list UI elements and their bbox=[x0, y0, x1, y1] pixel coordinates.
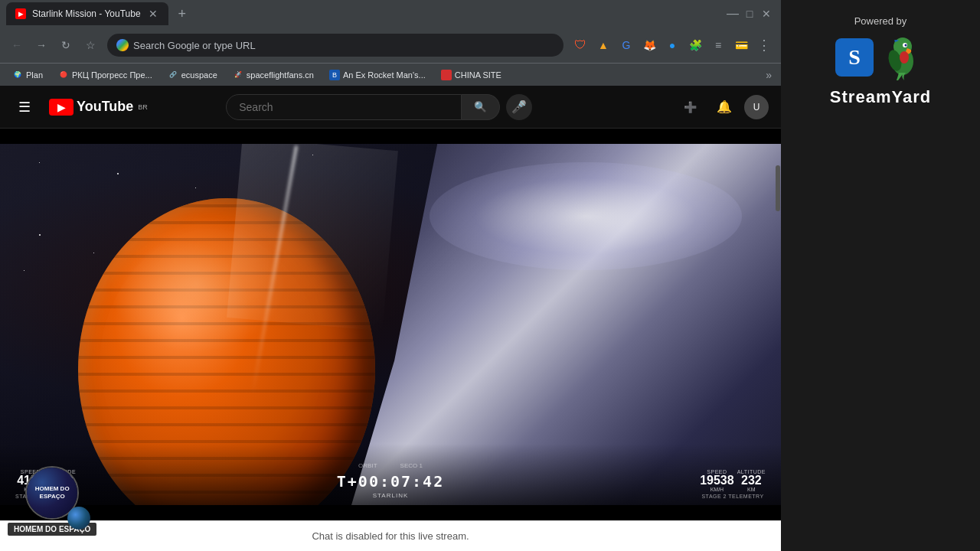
channel-overlay: HOMEM DO ESPAÇO HOMEM DO ESPAÇO bbox=[8, 466, 96, 536]
bookmark-rocketman-favicon: B bbox=[329, 70, 340, 80]
svg-point-3 bbox=[904, 44, 906, 47]
hud-orbit-label: ORBIT bbox=[358, 462, 377, 469]
hud-overlay: SPEED 4159 KM/H ALTITUDE 16.8 KM bbox=[0, 444, 781, 505]
maximize-button[interactable]: □ bbox=[744, 8, 755, 19]
bookmark-plan[interactable]: 🌍 Plan bbox=[6, 68, 49, 82]
bookmark-china[interactable]: CHINA SITE bbox=[435, 68, 508, 82]
earth-icon bbox=[67, 507, 79, 520]
minimize-button[interactable]: — bbox=[727, 8, 738, 19]
youtube-menu-icon[interactable]: ☰ bbox=[12, 93, 37, 122]
create-icon: ➕ bbox=[684, 101, 697, 113]
bookmark-ecuspace-label: ecuspace bbox=[181, 70, 217, 80]
back-button[interactable]: ← bbox=[6, 34, 28, 56]
hud-center-label: STARLINK bbox=[373, 492, 409, 499]
youtube-search-input[interactable] bbox=[226, 94, 462, 120]
hud-timer: T+00:07:42 bbox=[337, 472, 444, 491]
mic-icon: 🎤 bbox=[511, 99, 527, 114]
browser-window: ▶ Starlink Mission - YouTube ✕ + — □ ✕ ←… bbox=[0, 0, 781, 551]
scrollbar-thumb[interactable] bbox=[776, 165, 780, 211]
address-bar[interactable]: Search Google or type URL bbox=[107, 34, 564, 57]
reload-button[interactable]: ↻ bbox=[55, 34, 77, 56]
bookmark-rocketman[interactable]: B An Ex Rocket Man's... bbox=[323, 68, 432, 82]
hud-landing-label: SECO 1 bbox=[400, 462, 423, 469]
blue-circle-icon[interactable]: ● bbox=[662, 34, 683, 56]
bookmarks-more-button[interactable]: » bbox=[763, 67, 775, 83]
streamyard-panel: Powered by S bbox=[781, 0, 980, 551]
brave-shield-icon[interactable]: 🛡 bbox=[570, 34, 591, 56]
channel-name-line2: ESPAÇO bbox=[35, 493, 70, 500]
streamyard-brand-name: StreamYard bbox=[830, 87, 931, 107]
hud-stage2-label: STAGE 2 TELEMETRY bbox=[701, 494, 763, 499]
bookmark-spaceflightfans-favicon: 🚀 bbox=[233, 70, 243, 80]
video-main[interactable]: SPEED 4159 KM/H ALTITUDE 16.8 KM bbox=[0, 144, 781, 505]
video-frame: SPEED 4159 KM/H ALTITUDE 16.8 KM bbox=[0, 144, 781, 505]
bookmark-plan-label: Plan bbox=[26, 70, 43, 80]
streamyard-icon-container: S bbox=[835, 34, 926, 80]
chat-disabled-message: Chat is disabled for this live stream. bbox=[12, 530, 769, 542]
streamyard-bird-icon bbox=[880, 34, 926, 80]
tab-favicon: ▶ bbox=[15, 8, 26, 19]
forward-button[interactable]: → bbox=[31, 34, 52, 56]
youtube-mic-button[interactable]: 🎤 bbox=[506, 94, 532, 120]
tab-title: Starlink Mission - YouTube bbox=[32, 8, 141, 19]
hud-s2-altitude-unit: KM bbox=[737, 487, 766, 492]
triangle-icon[interactable]: ▲ bbox=[593, 34, 614, 56]
user-avatar[interactable]: U bbox=[744, 95, 769, 119]
channel-avatar[interactable]: HOMEM DO ESPAÇO bbox=[25, 466, 79, 520]
notifications-button[interactable]: 🔔 bbox=[710, 93, 738, 121]
extensions-icon[interactable]: 🧩 bbox=[684, 34, 706, 56]
browser-menu-button[interactable]: ⋮ bbox=[753, 34, 775, 56]
hud-s2-speed-unit: KM/H bbox=[700, 487, 734, 492]
bookmark-spaceflightfans[interactable]: 🚀 spaceflightfans.cn bbox=[227, 68, 320, 82]
toolbar-icons: 🛡 ▲ G 🦊 ● 🧩 ≡ 💳 ⋮ bbox=[570, 34, 775, 56]
tab-bar: ▶ Starlink Mission - YouTube ✕ + bbox=[6, 0, 724, 28]
hud-stage2-telemetry: SPEED 19538 KM/H ALTITUDE 232 KM bbox=[700, 469, 766, 499]
chat-section: Chat is disabled for this live stream. bbox=[0, 520, 781, 551]
fox-icon[interactable]: 🦊 bbox=[639, 34, 660, 56]
bookmark-star-button[interactable]: ☆ bbox=[80, 34, 101, 56]
youtube-logo[interactable]: ▶ YouTube BR bbox=[49, 99, 148, 116]
navigation-bar: ← → ↻ ☆ Search Google or type URL 🛡 ▲ G … bbox=[0, 28, 781, 63]
youtube-logo-badge: BR bbox=[138, 103, 148, 111]
video-container: SPEED 4159 KM/H ALTITUDE 16.8 KM bbox=[0, 129, 781, 551]
youtube-logo-icon: ▶ bbox=[49, 99, 74, 116]
youtube-page: ☰ ▶ YouTube BR 🔍 🎤 ➕ bbox=[0, 86, 781, 551]
streamyard-s-icon: S bbox=[835, 38, 874, 77]
bookmark-china-favicon bbox=[441, 70, 452, 80]
youtube-search-button[interactable]: 🔍 bbox=[462, 94, 500, 120]
streamyard-parrot-svg bbox=[880, 34, 926, 80]
google-accounts-icon[interactable]: G bbox=[616, 34, 637, 56]
youtube-header-actions: ➕ 🔔 U bbox=[677, 93, 769, 121]
video-black-bar-top bbox=[0, 129, 781, 144]
tab-close-button[interactable]: ✕ bbox=[147, 8, 159, 20]
bookmark-rkc-label: РКЦ Прогресс Пре... bbox=[72, 70, 152, 80]
light-beam-wide bbox=[227, 144, 398, 331]
search-icon: 🔍 bbox=[474, 101, 487, 112]
bookmark-spaceflightfans-label: spaceflightfans.cn bbox=[247, 70, 314, 80]
bookmarks-bar: 🌍 Plan 🔴 РКЦ Прогресс Пре... 🔗 ecuspace … bbox=[0, 63, 781, 86]
google-icon bbox=[116, 39, 129, 51]
create-video-button[interactable]: ➕ bbox=[677, 93, 704, 121]
bookmark-china-label: CHINA SITE bbox=[455, 70, 501, 80]
address-text: Search Google or type URL bbox=[133, 40, 554, 51]
title-bar: ▶ Starlink Mission - YouTube ✕ + — □ ✕ bbox=[0, 0, 781, 28]
hud-s2-speed-value: 19538 bbox=[700, 474, 734, 487]
hud-s2-altitude-value: 232 bbox=[737, 474, 766, 487]
reading-list-icon[interactable]: ≡ bbox=[707, 34, 729, 56]
new-tab-button[interactable]: + bbox=[172, 3, 193, 24]
svg-point-5 bbox=[900, 51, 909, 64]
page-scrollbar[interactable] bbox=[775, 86, 781, 551]
wallet-icon[interactable]: 💳 bbox=[730, 34, 752, 56]
youtube-search-bar: 🔍 🎤 bbox=[226, 94, 532, 120]
active-tab[interactable]: ▶ Starlink Mission - YouTube ✕ bbox=[6, 2, 168, 25]
bell-icon: 🔔 bbox=[717, 99, 732, 114]
channel-avatar-inner: HOMEM DO ESPAÇO bbox=[27, 468, 77, 518]
bookmark-ecuspace[interactable]: 🔗 ecuspace bbox=[162, 68, 224, 82]
youtube-logo-text: YouTube bbox=[77, 99, 133, 115]
bookmark-rkc[interactable]: 🔴 РКЦ Прогресс Пре... bbox=[52, 68, 158, 82]
youtube-header: ☰ ▶ YouTube BR 🔍 🎤 ➕ bbox=[0, 86, 781, 129]
close-button[interactable]: ✕ bbox=[761, 8, 772, 19]
bookmark-rkc-favicon: 🔴 bbox=[58, 70, 69, 80]
streamyard-logo: S bbox=[830, 34, 931, 107]
bookmark-ecuspace-favicon: 🔗 bbox=[168, 70, 178, 80]
